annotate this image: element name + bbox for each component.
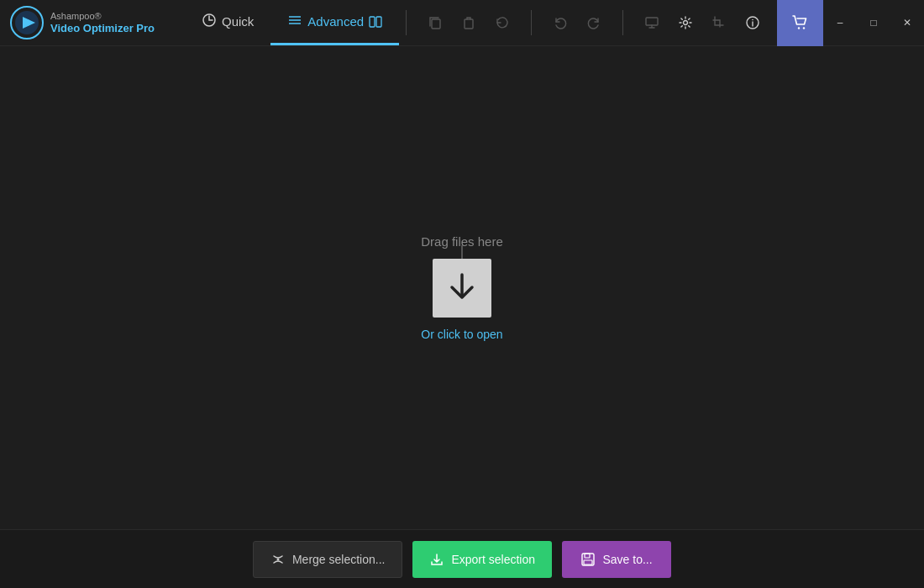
logo-product: Video Optimizer Pro: [50, 22, 155, 35]
svg-point-16: [752, 19, 753, 21]
svg-rect-23: [584, 560, 592, 564]
tab-quick-label: Quick: [222, 14, 254, 29]
maximize-icon: □: [870, 17, 876, 29]
click-to-open-link[interactable]: Or click to open: [421, 328, 502, 341]
export-icon: [429, 552, 444, 567]
main-content: Drag files here Or click to open: [0, 46, 924, 529]
tab-advanced-label: Advanced: [307, 14, 364, 29]
drop-zone[interactable]: Drag files here Or click to open: [421, 234, 503, 341]
svg-rect-22: [585, 554, 590, 558]
merge-icon: [270, 552, 286, 567]
drop-arrow-line: [461, 245, 463, 259]
tab-quick[interactable]: Quick: [185, 0, 270, 45]
copy-button[interactable]: [420, 8, 450, 38]
bottom-bar: Merge selection... Export selection Save…: [0, 529, 924, 588]
drop-arrow-svg: [445, 271, 479, 305]
svg-rect-11: [465, 19, 473, 29]
toolbar-separator-1: [531, 10, 532, 35]
svg-point-17: [797, 27, 799, 29]
settings-button[interactable]: [670, 8, 701, 38]
window-controls: – □ ✕: [777, 0, 924, 46]
undo-button[interactable]: [545, 8, 575, 38]
svg-point-13: [684, 21, 688, 25]
nav-separator: [406, 10, 407, 35]
export-button[interactable]: Export selection: [412, 541, 552, 578]
close-icon: ✕: [903, 17, 911, 29]
toolbar-group-3: [630, 8, 774, 38]
quick-icon: [202, 13, 217, 31]
logo-text: Ashampoo® Video Optimizer Pro: [50, 11, 155, 35]
svg-point-20: [276, 558, 279, 560]
svg-rect-9: [376, 17, 381, 27]
paste-button[interactable]: [454, 8, 484, 38]
merge-button[interactable]: Merge selection...: [253, 541, 403, 578]
drop-arrow-container: [433, 259, 491, 318]
merge-label: Merge selection...: [292, 553, 386, 566]
advanced-icon: [287, 13, 302, 31]
app-logo-icon: [10, 6, 44, 39]
save-icon: [580, 552, 596, 567]
monitor-button[interactable]: [637, 8, 667, 38]
toolbar-separator-2: [622, 10, 623, 35]
maximize-button[interactable]: □: [857, 0, 890, 46]
svg-rect-8: [370, 17, 375, 27]
toolbar-group-2: [538, 8, 616, 38]
svg-rect-10: [432, 19, 440, 29]
tab-advanced[interactable]: Advanced: [270, 0, 399, 45]
toolbar-group-1: [413, 8, 524, 38]
save-button[interactable]: Save to...: [562, 541, 671, 578]
logo-area: Ashampoo® Video Optimizer Pro: [0, 6, 185, 39]
minimize-icon: –: [837, 17, 843, 29]
redo-button[interactable]: [579, 8, 609, 38]
title-bar: Ashampoo® Video Optimizer Pro Quick: [0, 0, 924, 46]
svg-point-3: [24, 19, 30, 26]
nav-tabs: Quick Advanced: [185, 0, 399, 45]
reset-button[interactable]: [487, 8, 517, 38]
save-label: Save to...: [602, 553, 652, 566]
minimize-button[interactable]: –: [823, 0, 857, 46]
svg-rect-12: [646, 18, 658, 25]
svg-point-18: [802, 27, 804, 29]
export-label: Export selection: [451, 553, 535, 566]
logo-brand: Ashampoo®: [50, 11, 155, 22]
crop-button[interactable]: [704, 8, 734, 38]
close-button[interactable]: ✕: [890, 0, 924, 46]
cart-button[interactable]: [777, 0, 823, 46]
split-icon: [369, 15, 382, 29]
info-button[interactable]: [738, 8, 768, 38]
